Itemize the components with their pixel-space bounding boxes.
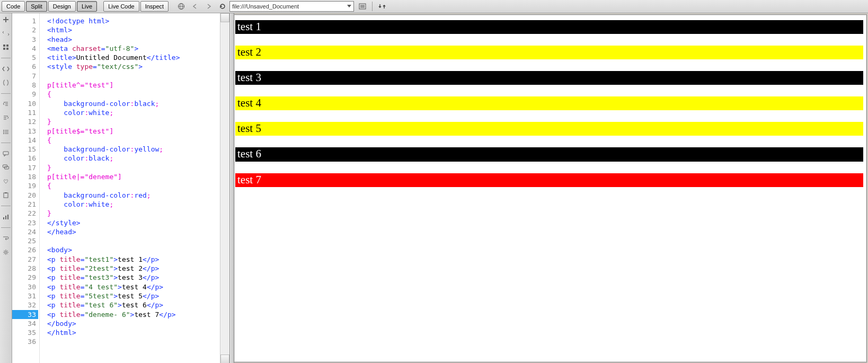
code-line[interactable]	[47, 236, 220, 245]
line-number: 29	[12, 273, 36, 282]
collapse-icon[interactable]	[2, 15, 10, 24]
list-icon[interactable]	[357, 1, 368, 12]
code-line[interactable]: {	[47, 90, 220, 99]
sync-arrows-icon[interactable]	[377, 1, 387, 12]
code-line[interactable]: <!doctype html>	[47, 16, 220, 25]
code-view-button[interactable]: Code	[2, 1, 25, 12]
svg-rect-30	[3, 217, 4, 219]
code-area[interactable]: <!doctype html><html><head><meta charset…	[40, 13, 220, 363]
code-line[interactable]: <title>Untitled Document</title>	[47, 53, 220, 62]
preview-paragraph: test 1	[235, 20, 863, 34]
line-number: 27	[12, 255, 36, 264]
line-number: 21	[12, 200, 36, 209]
preview-paragraph: test 7	[235, 173, 863, 187]
address-dropdown-icon[interactable]	[347, 5, 351, 8]
line-number: 5	[12, 53, 36, 62]
live-code-button[interactable]: Live Code	[103, 1, 139, 12]
line-number: 18	[12, 172, 36, 181]
svg-point-33	[5, 251, 7, 253]
line-number: 10	[12, 99, 36, 108]
comment-icon[interactable]	[2, 149, 10, 158]
code-line[interactable]: <p title="test 6">test 6</p>	[47, 300, 220, 309]
code-line[interactable]: p[title^="test"]	[47, 81, 220, 90]
code-line[interactable]: </style>	[47, 218, 220, 227]
comments-icon[interactable]	[2, 163, 10, 172]
tag-icon[interactable]	[2, 65, 10, 73]
line-number: 31	[12, 291, 36, 300]
code-line[interactable]: background-color:black;	[47, 99, 220, 108]
arrows-icon[interactable]	[2, 29, 10, 38]
toolbar-separator	[372, 2, 373, 11]
settings-icon[interactable]	[2, 248, 10, 256]
line-number: 11	[12, 108, 36, 117]
line-number: 7	[12, 72, 36, 81]
line-number: 23	[12, 218, 36, 227]
braces-icon[interactable]	[2, 78, 10, 87]
code-line[interactable]: {	[47, 181, 220, 190]
globe-icon[interactable]	[176, 1, 187, 12]
code-line[interactable]: <head>	[47, 35, 220, 44]
code-line[interactable]: {	[47, 136, 220, 145]
code-line[interactable]: <p title="test1">test 1</p>	[47, 255, 220, 264]
svg-point-21	[3, 133, 4, 134]
indent-right-icon[interactable]	[2, 114, 10, 122]
line-number: 12	[12, 117, 36, 126]
indent-left-icon[interactable]	[2, 100, 10, 109]
clipboard-icon[interactable]	[2, 191, 10, 199]
code-line[interactable]: <p title="2test">test 2</p>	[47, 264, 220, 273]
inspect-button[interactable]: Inspect	[140, 1, 169, 12]
nav-back-icon[interactable]	[190, 1, 200, 12]
code-line[interactable]: background-color:yellow;	[47, 145, 220, 154]
panel-splitter[interactable]	[230, 13, 234, 363]
wrap-icon[interactable]	[2, 234, 10, 243]
svg-rect-32	[7, 215, 8, 219]
line-number: 24	[12, 227, 36, 236]
code-line[interactable]: p[title$="test"]	[47, 127, 220, 136]
line-number: 8	[12, 81, 36, 90]
code-line[interactable]: <p title="5test">test 5</p>	[47, 291, 220, 300]
line-number: 32	[12, 300, 36, 309]
line-number-gutter: 1234567891011121314151617181920212223242…	[12, 13, 40, 363]
list-ul-icon[interactable]	[2, 128, 10, 136]
code-line[interactable]	[47, 337, 220, 346]
code-line[interactable]: p[title|="deneme"]	[47, 172, 220, 181]
code-line[interactable]: <p title="deneme- 6">test 7</p>	[47, 310, 220, 319]
line-number: 15	[12, 145, 36, 154]
svg-rect-31	[5, 216, 6, 219]
preview-body: test 1test 2test 3test 4test 5test 6test…	[234, 15, 866, 202]
live-tools-group: Live Code Inspect	[103, 1, 169, 12]
heart-icon[interactable]	[2, 177, 10, 185]
chart-icon[interactable]	[2, 213, 10, 221]
code-line[interactable]: color:black;	[47, 154, 220, 163]
address-bar[interactable]: file:///Unsaved_Document	[229, 1, 354, 12]
nav-forward-icon[interactable]	[203, 1, 214, 12]
refresh-icon[interactable]	[217, 1, 228, 12]
code-line[interactable]: </body>	[47, 319, 220, 328]
code-line[interactable]: <body>	[47, 245, 220, 254]
split-view-button[interactable]: Split	[26, 1, 47, 12]
line-number: 16	[12, 154, 36, 163]
code-line[interactable]	[47, 72, 220, 81]
code-line[interactable]: <p title="4 test">test 4</p>	[47, 282, 220, 291]
code-line[interactable]: }	[47, 163, 220, 172]
line-number: 25	[12, 236, 36, 245]
code-toolbar-strip	[0, 13, 12, 363]
grid-icon[interactable]	[2, 43, 10, 51]
code-line[interactable]: color:white;	[47, 108, 220, 117]
code-line[interactable]: <p title="test3">test 3</p>	[47, 273, 220, 282]
svg-rect-25	[3, 152, 8, 155]
code-line[interactable]: </head>	[47, 227, 220, 236]
line-number: 36	[12, 337, 36, 346]
design-view-button[interactable]: Design	[48, 1, 76, 12]
code-line[interactable]: <html>	[47, 25, 220, 34]
code-line[interactable]: background-color:red;	[47, 191, 220, 200]
code-line[interactable]: </html>	[47, 328, 220, 337]
code-line[interactable]: color:white;	[47, 200, 220, 209]
code-line[interactable]: }	[47, 117, 220, 126]
line-number: 6	[12, 62, 36, 71]
code-scrollbar[interactable]	[220, 13, 229, 363]
code-line[interactable]: <meta charset="utf-8">	[47, 44, 220, 53]
live-view-button[interactable]: Live	[77, 1, 97, 12]
code-line[interactable]: }	[47, 209, 220, 218]
code-line[interactable]: <style type="text/css">	[47, 62, 220, 71]
